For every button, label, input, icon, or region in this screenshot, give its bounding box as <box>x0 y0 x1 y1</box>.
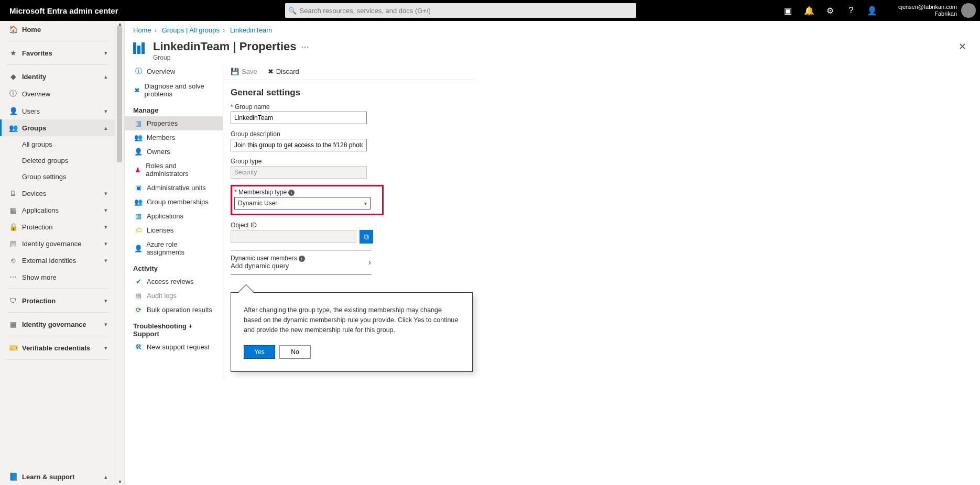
feedback-icon[interactable]: 👤 <box>862 0 883 21</box>
resmenu-members[interactable]: 👥Members <box>125 130 223 145</box>
resmenu-diagnose[interactable]: ✖Diagnose and solve problems <box>125 79 223 101</box>
bulk-results-icon: ⟳ <box>133 306 144 314</box>
admin-units-icon: ▣ <box>133 184 144 192</box>
membership-highlight: Membership typei Dynamic User ▾ <box>231 185 384 215</box>
nav-applications[interactable]: ▦Applications▾ <box>0 202 115 218</box>
discard-button[interactable]: ✖Discard <box>268 68 299 75</box>
more-icon: ⋯ <box>7 273 19 281</box>
resmenu-admin-units[interactable]: ▣Administrative units <box>125 181 223 195</box>
group-type-input <box>231 166 367 179</box>
search-input[interactable] <box>300 7 636 15</box>
resmenu-azure-roles[interactable]: 👤Azure role assignments <box>125 237 223 259</box>
info-icon[interactable]: i <box>299 256 305 262</box>
chevron-down-icon: ▾ <box>104 345 107 351</box>
account-email: cjensen@fabrikan.com <box>898 4 957 10</box>
scroll-thumb[interactable] <box>117 26 122 162</box>
save-button[interactable]: 💾Save <box>231 68 257 75</box>
chevron-down-icon: ▾ <box>104 207 107 214</box>
nav-protection-section[interactable]: 🛡Protection▾ <box>0 292 115 309</box>
memberships-icon: 👥 <box>133 198 144 206</box>
groups-icon: 👥 <box>7 124 19 132</box>
dynamic-members-section[interactable]: Dynamic user membersi Add dynamic query … <box>231 250 371 274</box>
access-reviews-icon: ✔ <box>133 278 144 285</box>
field-group-description: Group description <box>231 130 467 151</box>
resmenu-access-reviews[interactable]: ✔Access reviews <box>125 274 223 289</box>
help-icon[interactable]: ? <box>841 0 862 21</box>
chevron-down-icon: ▾ <box>364 201 367 206</box>
roles-icon: ♟ <box>133 166 143 174</box>
chevron-down-icon: ▾ <box>104 190 107 197</box>
cloud-shell-icon[interactable]: ▣ <box>778 0 799 21</box>
nav-favorites[interactable]: ★Favorites▾ <box>0 45 115 61</box>
top-bar: Microsoft Entra admin center 🔍 ▣ 🔔 ⚙ ? 👤… <box>0 0 980 21</box>
account-block[interactable]: cjensen@fabrikan.com Fabrikan <box>883 3 980 18</box>
more-actions-icon[interactable]: ⋯ <box>301 42 309 52</box>
group-description-input[interactable] <box>231 139 367 151</box>
object-id-label: Object ID <box>231 222 467 229</box>
nav-external-identities[interactable]: ⎋External Identities▾ <box>0 252 115 269</box>
nav-id-governance[interactable]: ▤Identity governance▾ <box>0 235 115 252</box>
brand-title: Microsoft Entra admin center <box>0 6 128 15</box>
group-description-label: Group description <box>231 130 467 138</box>
nav-all-groups[interactable]: All groups <box>0 136 115 152</box>
nav-overview[interactable]: ⓘOverview <box>0 85 115 103</box>
scroll-down-icon[interactable]: ▼ <box>117 479 123 484</box>
group-name-label: Group name <box>231 103 467 111</box>
chevron-down-icon: ▾ <box>104 224 107 230</box>
nav-learn-support[interactable]: 📘Learn & support▴ <box>0 468 115 485</box>
nav-home[interactable]: 🏠Home <box>0 21 115 38</box>
nav-deleted-groups[interactable]: Deleted groups <box>0 152 115 169</box>
nav-show-more[interactable]: ⋯Show more <box>0 269 115 285</box>
breadcrumb: Home› Groups | All groups› LinkedinTeam <box>125 21 980 34</box>
audit-logs-icon: ▤ <box>133 292 144 300</box>
resmenu-properties[interactable]: ▥Properties <box>125 116 223 130</box>
add-dynamic-query-link[interactable]: Add dynamic query <box>231 262 305 270</box>
dialog-message: After changing the group type, the exist… <box>244 305 460 335</box>
group-name-input[interactable] <box>231 112 367 124</box>
resmenu-overview[interactable]: ⓘOverview <box>125 63 223 79</box>
nav-devices[interactable]: 🖥Devices▾ <box>0 185 115 202</box>
close-blade-button[interactable]: ✕ <box>953 41 972 52</box>
info-icon[interactable]: i <box>288 190 295 196</box>
lock-icon: 🔒 <box>7 223 19 231</box>
resmenu-applications[interactable]: ▦Applications <box>125 209 223 223</box>
topbar-right: ▣ 🔔 ⚙ ? 👤 cjensen@fabrikan.com Fabrikan <box>778 0 980 21</box>
breadcrumb-home[interactable]: Home <box>133 26 151 34</box>
discard-icon: ✖ <box>268 68 274 75</box>
nav-id-governance-section[interactable]: ▤Identity governance▾ <box>0 316 115 333</box>
membership-type-select[interactable]: Dynamic User ▾ <box>234 197 371 210</box>
resmenu-bulk-results[interactable]: ⟳Bulk operation results <box>125 303 223 317</box>
nav-identity[interactable]: ◆Identity▴ <box>0 68 115 85</box>
group-icon <box>133 39 148 54</box>
nav-users[interactable]: 👤Users▾ <box>0 103 115 119</box>
azure-roles-icon: 👤 <box>133 245 143 252</box>
dialog-no-button[interactable]: No <box>279 345 311 359</box>
nav-verifiable-credentials[interactable]: 🎫Verifiable credentials▾ <box>0 339 115 356</box>
breadcrumb-current[interactable]: LinkedinTeam <box>230 26 272 34</box>
settings-icon[interactable]: ⚙ <box>820 0 841 21</box>
nav-group-settings[interactable]: Group settings <box>0 169 115 185</box>
scrollbar[interactable]: ▲ ▼ <box>115 21 125 485</box>
notifications-icon[interactable]: 🔔 <box>799 0 820 21</box>
membership-type-value: Dynamic User <box>238 200 277 207</box>
nav-protection[interactable]: 🔒Protection▾ <box>0 218 115 235</box>
info-icon: ⓘ <box>7 89 19 98</box>
resmenu-group-memberships[interactable]: 👥Group memberships <box>125 195 223 209</box>
identity-icon: ◆ <box>7 72 19 81</box>
resmenu-manage-label: Manage <box>125 101 223 116</box>
global-search[interactable]: 🔍 <box>285 3 636 18</box>
account-org: Fabrikan <box>898 10 957 17</box>
resmenu-support[interactable]: 🛠New support request <box>125 340 223 354</box>
chevron-right-icon: › <box>368 258 371 267</box>
dialog-yes-button[interactable]: Yes <box>244 345 275 359</box>
chevron-down-icon: ▾ <box>104 257 107 264</box>
copy-object-id-button[interactable]: ⧉ <box>360 230 373 244</box>
save-icon: 💾 <box>231 68 239 75</box>
resmenu-owners[interactable]: 👤Owners <box>125 145 223 159</box>
resmenu-roles[interactable]: ♟Roles and administrators <box>125 159 223 181</box>
general-settings-heading: General settings <box>231 87 467 98</box>
nav-groups[interactable]: 👥Groups▴ <box>0 119 115 136</box>
left-navigation: 🏠Home ★Favorites▾ ◆Identity▴ ⓘOverview 👤… <box>0 21 115 485</box>
resmenu-licenses[interactable]: 🏷Licenses <box>125 223 223 237</box>
breadcrumb-groups[interactable]: Groups | All groups <box>162 26 220 34</box>
